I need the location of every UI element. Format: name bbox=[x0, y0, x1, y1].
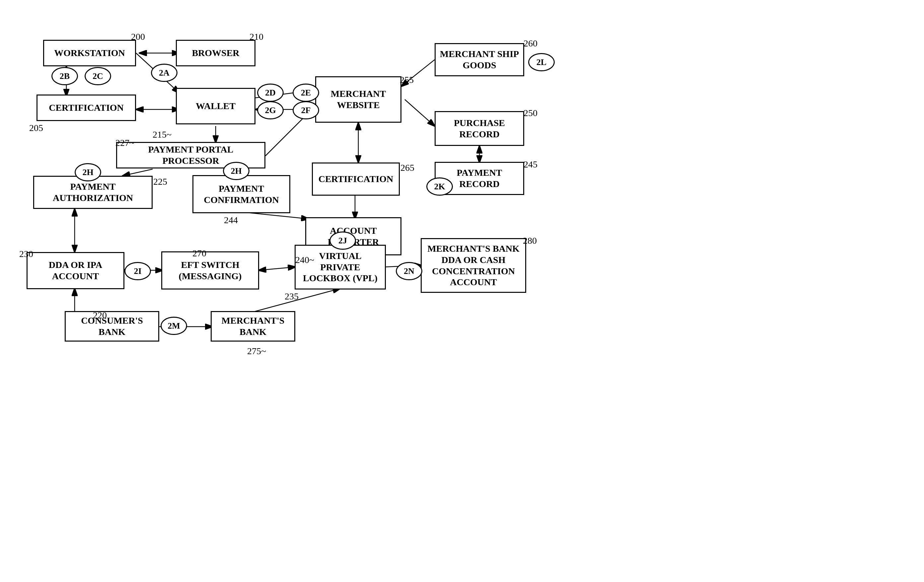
oval-2E: 2E bbox=[293, 84, 319, 102]
label-255: 255 bbox=[400, 74, 414, 85]
label-227: 227~ bbox=[116, 138, 134, 148]
certification-mid-box: CERTIFICATION bbox=[312, 163, 400, 196]
oval-2L: 2L bbox=[528, 53, 555, 71]
merchants-bank-dda-box: MERCHANT'S BANK DDA OR CASH CONCENTRATIO… bbox=[421, 238, 526, 293]
label-275: 275~ bbox=[247, 346, 266, 356]
oval-2B: 2B bbox=[51, 67, 78, 85]
label-245: 245 bbox=[523, 159, 538, 170]
label-244: 244 bbox=[224, 215, 238, 226]
label-265: 265 bbox=[401, 163, 414, 173]
label-200: 200 bbox=[131, 31, 145, 42]
svg-line-12 bbox=[244, 212, 309, 219]
eft-switch-box: EFT SWITCH (MESSAGING) bbox=[161, 251, 259, 290]
wallet-box: WALLET bbox=[176, 88, 256, 124]
payment-confirmation-box: PAYMENT CONFIRMATION bbox=[192, 175, 290, 213]
label-210: 210 bbox=[249, 31, 264, 42]
oval-2D: 2D bbox=[257, 84, 284, 102]
merchant-ship-goods-box: MERCHANT SHIP GOODS bbox=[435, 43, 524, 76]
oval-2G: 2G bbox=[257, 101, 284, 119]
workstation-box: WORKSTATION bbox=[43, 40, 136, 66]
diagram: WORKSTATION BROWSER CERTIFICATION WALLET… bbox=[0, 0, 924, 582]
oval-2K: 2K bbox=[426, 177, 453, 196]
oval-2I: 2I bbox=[124, 262, 151, 280]
label-270: 270 bbox=[192, 248, 206, 259]
svg-line-10 bbox=[123, 169, 153, 176]
oval-2J: 2J bbox=[330, 231, 356, 250]
label-240: 240~ bbox=[295, 255, 314, 265]
label-205: 205 bbox=[29, 123, 43, 133]
purchase-record-box: PURCHASE RECORD bbox=[435, 111, 524, 146]
oval-2C: 2C bbox=[84, 67, 111, 85]
label-215: 215~ bbox=[153, 129, 172, 140]
browser-box: BROWSER bbox=[176, 40, 256, 66]
label-230: 230 bbox=[19, 249, 33, 259]
label-260: 260 bbox=[523, 38, 538, 49]
oval-2F: 2F bbox=[293, 101, 319, 119]
svg-line-20 bbox=[259, 267, 295, 270]
oval-2M: 2M bbox=[160, 317, 187, 335]
svg-line-16 bbox=[405, 99, 435, 126]
label-250: 250 bbox=[523, 108, 538, 119]
oval-2H-right: 2H bbox=[223, 162, 249, 180]
merchants-bank-box: MERCHANT'S BANK bbox=[211, 311, 295, 341]
oval-2H-left: 2H bbox=[75, 163, 101, 181]
dda-or-ipa-box: DDA OR IPA ACCOUNT bbox=[26, 252, 124, 289]
oval-2A: 2A bbox=[151, 64, 178, 82]
label-280: 280 bbox=[523, 236, 537, 246]
merchant-website-box: MERCHANT WEBSITE bbox=[315, 76, 401, 123]
payment-authorization-box: PAYMENT AUTHORIZATION bbox=[33, 176, 153, 209]
label-235: 235 bbox=[285, 291, 299, 302]
consumers-bank-box: CONSUMER'S BANK bbox=[65, 311, 159, 341]
label-225: 225 bbox=[153, 176, 167, 187]
certification-left-box: CERTIFICATION bbox=[36, 94, 136, 121]
oval-2N: 2N bbox=[396, 262, 422, 280]
label-220: 220 bbox=[93, 310, 107, 321]
virtual-private-lockbox-box: VIRTUAL PRIVATE LOCKBOX (VPL) bbox=[295, 245, 386, 290]
